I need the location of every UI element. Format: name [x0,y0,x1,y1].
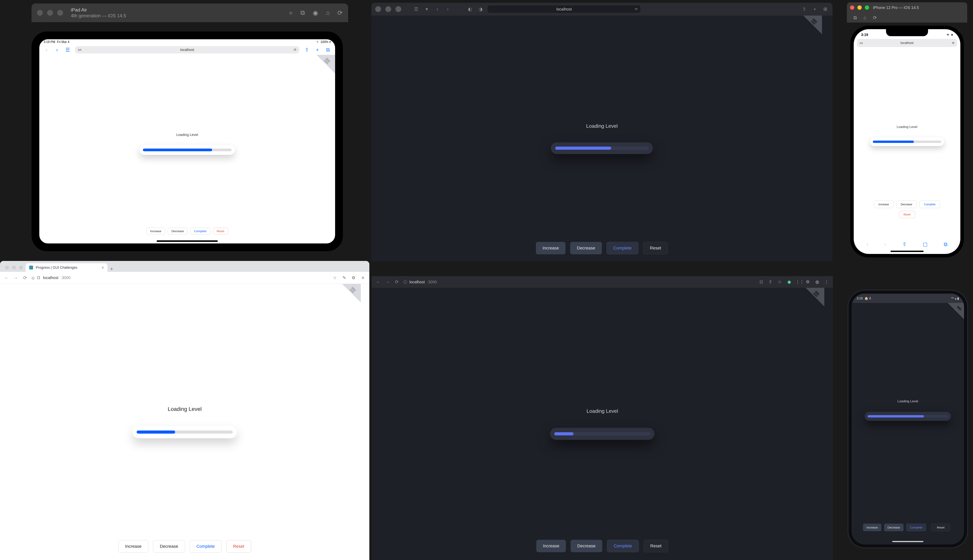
minimize-icon[interactable] [385,6,391,12]
minimize-icon[interactable] [47,10,53,16]
increase-button[interactable]: Increase [146,228,165,235]
newtab-icon[interactable]: + [811,7,818,12]
settings-icon[interactable]: ⚙ [805,279,811,285]
share-icon[interactable]: ⇧ [801,7,807,12]
maximize-icon[interactable] [395,6,401,12]
close-icon[interactable] [850,5,854,10]
complete-button[interactable]: Complete [906,523,926,531]
info-icon[interactable]: 🗋 [37,275,41,280]
reload-icon[interactable]: ⟳ [952,41,955,45]
home-icon[interactable]: ⌂ [863,15,866,20]
back-icon[interactable]: ‹ [866,241,868,247]
devtools-flag-icon[interactable] [948,303,964,319]
reader-icon[interactable]: AA [78,48,82,51]
reload-icon[interactable]: ⟳ [635,7,638,11]
sidebar-icon[interactable]: ☰ [65,47,70,53]
devtools-flag-icon[interactable] [806,288,833,315]
maximize-icon[interactable] [19,266,23,270]
devtools-flag-icon[interactable] [803,15,833,45]
maximize-icon[interactable] [57,10,63,16]
extensions-icon[interactable]: ⋮⋮ [796,279,801,285]
close-icon[interactable] [375,6,381,12]
back-icon[interactable]: ‹ [434,7,441,12]
bookmarks-icon[interactable]: ▢ [923,241,928,247]
reload-icon[interactable]: ⟳ [294,48,297,52]
increase-button[interactable]: Increase [863,523,881,531]
forward-icon[interactable]: › [54,47,60,53]
decrease-button[interactable]: Decrease [884,523,904,531]
screenshot-icon[interactable]: ⧉ [301,9,305,17]
decrease-button[interactable]: Decrease [896,201,917,208]
bookmark-icon[interactable]: ☆ [332,275,338,280]
shield-icon[interactable]: ◇ [32,275,34,280]
shield-icon[interactable]: ◐ [466,7,473,12]
url-bar[interactable]: AA localhost ⟳ [75,46,299,53]
forward-icon[interactable]: → [13,275,19,281]
dropdown-icon[interactable]: ▾ [423,7,430,12]
share-icon[interactable]: ⇧ [902,241,907,247]
close-icon[interactable] [37,10,43,16]
url-bar[interactable]: localhost ⟳ [488,5,640,13]
maximize-icon[interactable] [865,5,869,10]
increase-button[interactable]: Increase [536,540,566,552]
bookmark-icon[interactable]: ☆ [777,279,783,285]
sidebar-icon[interactable]: ☰ [413,7,420,12]
reset-button[interactable]: Reset [213,228,228,235]
complete-button[interactable]: Complete [606,242,638,254]
forward-icon[interactable]: › [884,241,886,247]
close-icon[interactable] [5,266,9,270]
browser-tab[interactable]: Progress | GUI Challenges × [26,263,107,272]
profile-icon[interactable]: ◍ [814,279,820,285]
decrease-button[interactable]: Decrease [168,228,187,235]
forward-icon[interactable]: › [445,7,451,12]
increase-button[interactable]: Increase [118,540,148,553]
home-indicator[interactable] [157,240,218,242]
reset-button[interactable]: Reset [899,211,915,218]
devtools-flag-icon[interactable] [342,284,369,311]
share-icon[interactable]: ⇧ [304,47,310,53]
forward-icon[interactable]: → [385,279,390,285]
address-bar[interactable]: ⓘ localhost:3000 [403,279,755,285]
complete-button[interactable]: Complete [189,540,221,553]
back-icon[interactable]: ← [3,275,9,281]
nav-indicator[interactable] [892,541,923,542]
tabs-icon[interactable]: ⧉ [944,241,948,247]
home-icon[interactable]: ⌂ [326,9,329,17]
complete-button[interactable]: Complete [190,228,210,235]
appearance-icon[interactable]: ◑ [477,7,484,12]
reload-icon[interactable]: ⟳ [394,279,400,285]
extension-icon[interactable]: ⚙ [351,275,356,280]
menu-icon[interactable]: ⋮ [824,279,829,285]
pointer-icon[interactable]: ⟐ [289,9,293,17]
reset-button[interactable]: Reset [931,523,950,531]
info-icon[interactable]: ⓘ [403,279,407,285]
reset-button[interactable]: Reset [644,540,668,552]
rotate-icon[interactable]: ⟳ [873,15,877,20]
address-bar[interactable]: ◇ 🗋 localhost:3000 [32,275,328,280]
menu-icon[interactable]: ≡ [360,275,366,280]
reset-button[interactable]: Reset [643,242,668,254]
reader-icon[interactable]: AA [859,42,863,45]
back-icon[interactable]: ‹ [43,47,49,53]
reset-button[interactable]: Reset [226,540,251,553]
share-icon[interactable]: ⇧ [767,279,773,285]
minimize-icon[interactable] [858,5,862,10]
increase-button[interactable]: Increase [536,242,565,254]
decrease-button[interactable]: Decrease [570,540,602,552]
tabs-icon[interactable]: ⧉ [325,47,331,53]
newtab-icon[interactable]: + [107,266,116,272]
complete-button[interactable]: Complete [607,540,639,552]
back-icon[interactable]: ← [375,279,381,285]
extension-icon[interactable]: ◉ [786,279,792,285]
cast-icon[interactable]: ⌸ [758,279,764,285]
minimize-icon[interactable] [12,266,16,270]
screenshot-icon[interactable]: ⧉ [854,15,857,20]
newtab-icon[interactable]: + [314,47,320,53]
tab-close-icon[interactable]: × [102,265,104,270]
reload-icon[interactable]: ⟳ [22,275,28,281]
url-bar[interactable]: AA localhost ⟳ [857,39,957,47]
decrease-button[interactable]: Decrease [153,540,185,553]
record-icon[interactable]: ◉ [313,9,318,17]
rotate-icon[interactable]: ⟳ [338,9,343,17]
decrease-button[interactable]: Decrease [570,242,602,254]
